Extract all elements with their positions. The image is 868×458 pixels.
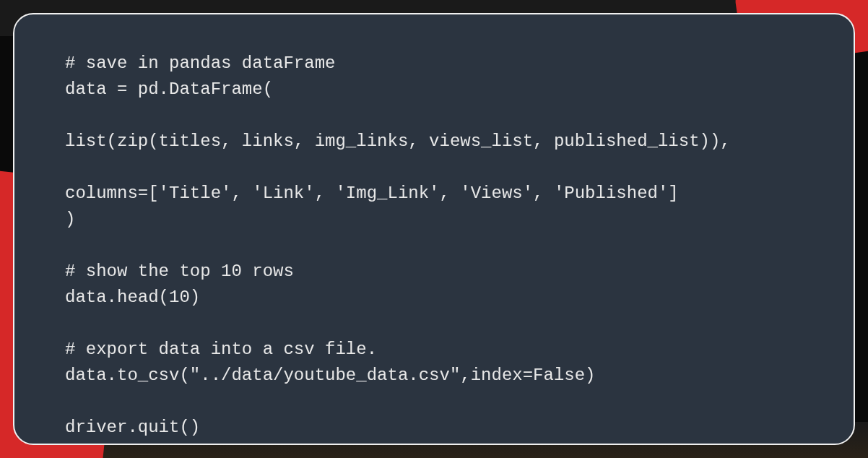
code-line-tocsv: data.to_csv("../data/youtube_data.csv",i… — [65, 363, 803, 389]
code-line-quit: driver.quit() — [65, 415, 803, 441]
code-line-close-paren: ) — [65, 207, 803, 233]
blank-line — [65, 311, 803, 337]
blank-line — [65, 155, 803, 181]
blank-line — [65, 233, 803, 259]
blank-line — [65, 103, 803, 129]
code-comment-2: # show the top 10 rows — [65, 259, 803, 285]
blank-line — [65, 389, 803, 415]
code-comment-1: # save in pandas dataFrame — [65, 51, 803, 77]
code-comment-3: # export data into a csv file. — [65, 337, 803, 363]
code-line-zip: list(zip(titles, links, img_links, views… — [65, 129, 803, 155]
code-line-dataframe: data = pd.DataFrame( — [65, 77, 803, 103]
code-line-columns: columns=['Title', 'Link', 'Img_Link', 'V… — [65, 181, 803, 207]
code-line-head: data.head(10) — [65, 285, 803, 311]
code-panel: # save in pandas dataFrame data = pd.Dat… — [13, 13, 855, 445]
